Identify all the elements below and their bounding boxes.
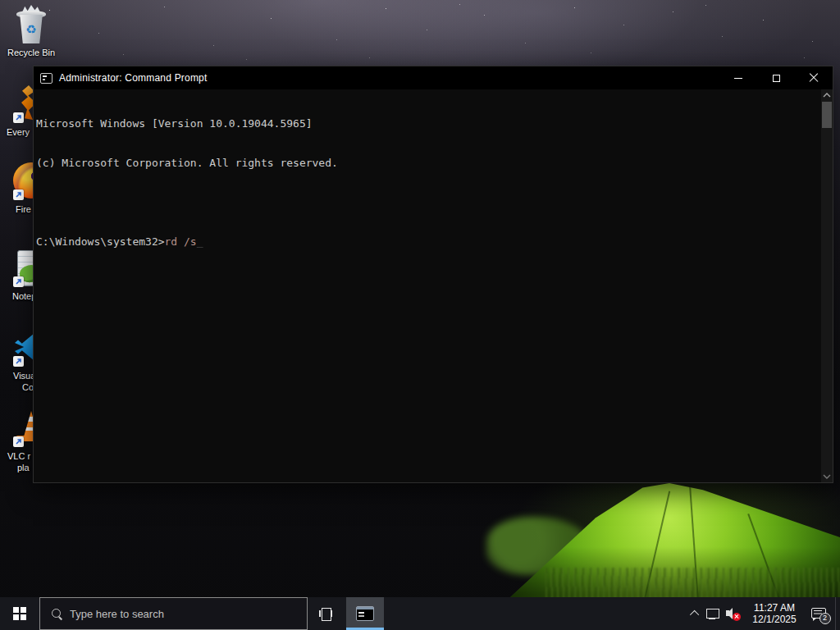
window-controls [719, 66, 833, 89]
cmd-icon [40, 73, 52, 84]
scrollbar-thumb[interactable] [822, 102, 832, 128]
console-prompt-line: C:\Windows\system32>rd /s_ [36, 235, 819, 249]
cmd-titlebar[interactable]: Administrator: Command Prompt [34, 66, 833, 89]
shortcut-arrow-icon [13, 356, 24, 367]
volume-tray-button[interactable] [723, 597, 744, 630]
action-center-button[interactable]: 2 [804, 597, 833, 630]
console-line-blank [36, 196, 819, 209]
network-icon [706, 609, 719, 619]
console-line: (c) Microsoft Corporation. All rights re… [36, 157, 819, 170]
recycle-symbol-icon: ♻ [25, 23, 36, 35]
task-view-button[interactable] [308, 597, 344, 630]
search-input[interactable] [70, 608, 307, 620]
taskbar-cmd-button[interactable] [346, 597, 384, 630]
scroll-down-icon[interactable] [821, 471, 833, 482]
action-center-icon: 2 [811, 608, 827, 620]
close-icon [809, 73, 819, 83]
typed-command: rd /s [165, 235, 197, 248]
console-output[interactable]: Microsoft Windows [Version 10.0.19044.59… [34, 89, 833, 482]
scroll-up-icon[interactable] [821, 89, 833, 101]
chevron-up-icon [690, 610, 699, 619]
shortcut-arrow-icon [13, 276, 24, 287]
windows-logo-icon [13, 607, 26, 620]
console-prompt: C:\Windows\system32> [36, 235, 165, 248]
clock-date: 12/1/2025 [752, 614, 796, 625]
tent-grass [546, 568, 840, 599]
notification-badge: 2 [819, 613, 831, 624]
close-button[interactable] [795, 66, 833, 89]
clock-time: 11:27 AM [754, 602, 795, 614]
recycle-bin-icon: ♻ [19, 15, 43, 43]
maximize-icon [773, 75, 780, 82]
network-tray-button[interactable] [704, 597, 722, 630]
console-cursor: _ [197, 235, 203, 248]
taskbar-clock[interactable]: 11:27 AM 12/1/2025 [745, 597, 804, 630]
shortcut-arrow-icon [13, 436, 24, 447]
show-desktop-button[interactable] [835, 597, 840, 630]
mute-x-icon [733, 613, 741, 621]
window-title: Administrator: Command Prompt [59, 72, 208, 84]
task-view-icon [319, 608, 332, 619]
volume-muted-icon [726, 608, 741, 619]
console-scrollbar[interactable] [821, 89, 833, 482]
search-icon [52, 609, 62, 619]
taskbar: 11:27 AM 12/1/2025 2 [0, 597, 840, 630]
wallpaper-tent-image [472, 478, 840, 599]
cmd-taskbar-icon [356, 606, 374, 621]
start-button[interactable] [0, 597, 39, 630]
icon-label: Recycle Bin [0, 47, 62, 58]
cmd-window: Administrator: Command Prompt Microsoft … [33, 66, 833, 483]
taskbar-search[interactable] [39, 597, 308, 630]
shortcut-arrow-icon [13, 112, 24, 123]
hidden-icons-button[interactable] [687, 597, 704, 630]
desktop-icon-recycle-bin[interactable]: ♻ Recycle Bin [0, 4, 62, 58]
console-line: Microsoft Windows [Version 10.0.19044.59… [36, 117, 819, 130]
minimize-button[interactable] [719, 66, 757, 89]
speaker-icon [726, 610, 729, 616]
minimize-icon [734, 78, 742, 79]
maximize-button[interactable] [757, 66, 795, 89]
shortcut-arrow-icon [13, 189, 24, 200]
wallpaper-stars [0, 0, 1, 1]
